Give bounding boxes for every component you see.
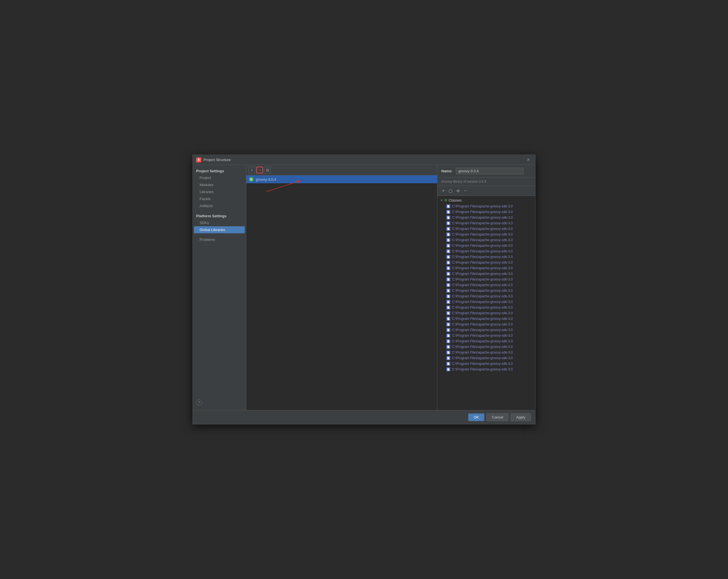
tree-file-item[interactable]: 📄 C:\Program Files\apache-groovy-sdk-3.0 — [437, 271, 535, 277]
cancel-button[interactable]: Cancel — [487, 414, 509, 421]
sidebar-item-libraries[interactable]: Libraries — [193, 188, 246, 195]
right-remove-button[interactable]: − — [462, 188, 468, 194]
file-path-text: C:\Program Files\apache-groovy-sdk-3.0 — [452, 356, 513, 360]
tree-file-item[interactable]: 📄 C:\Program Files\apache-groovy-sdk-3.0 — [437, 209, 535, 215]
file-icon: 📄 — [446, 350, 450, 354]
file-icon: 📄 — [446, 356, 450, 360]
file-path-text: C:\Program Files\apache-groovy-sdk-3.0 — [452, 244, 513, 247]
tree-file-item[interactable]: 📄 C:\Program Files\apache-groovy-sdk-3.0 — [437, 260, 535, 265]
tree-file-item[interactable]: 📄 C:\Program Files\apache-groovy-sdk-3.0 — [437, 321, 535, 327]
name-field-label: Name: — [441, 169, 452, 173]
file-icon: 📄 — [446, 278, 450, 281]
file-icon: 📄 — [446, 339, 450, 343]
classes-section-label: Classes — [449, 198, 462, 202]
classes-section[interactable]: ▼ ⚙ Classes — [437, 197, 535, 204]
tree-file-item[interactable]: 📄 C:\Program Files\apache-groovy-sdk-3.0 — [437, 243, 535, 248]
library-item-groovy[interactable]: G groovy-3.0.4 — [246, 175, 437, 183]
file-path-text: C:\Program Files\apache-groovy-sdk-3.0 — [452, 311, 513, 315]
right-add-alt-button[interactable]: ✛ — [455, 188, 461, 194]
right-network-button[interactable]: ⬡ — [447, 188, 454, 194]
file-path-text: C:\Program Files\apache-groovy-sdk-3.0 — [452, 221, 513, 225]
tree-file-item[interactable]: 📄 C:\Program Files\apache-groovy-sdk-3.0 — [437, 288, 535, 293]
tree-file-item[interactable]: 📄 C:\Program Files\apache-groovy-sdk-3.0 — [437, 220, 535, 226]
tree-file-item[interactable]: 📄 C:\Program Files\apache-groovy-sdk-3.0 — [437, 350, 535, 355]
tree-file-item[interactable]: 📄 C:\Program Files\apache-groovy-sdk-3.0 — [437, 204, 535, 209]
tree-file-item[interactable]: 📄 C:\Program Files\apache-groovy-sdk-3.0 — [437, 282, 535, 288]
tree-file-item[interactable]: 📄 C:\Program Files\apache-groovy-sdk-3.0 — [437, 248, 535, 254]
dialog-body: Project Settings Project Modules Librari… — [193, 165, 535, 410]
help-button[interactable]: ? — [196, 399, 202, 405]
file-icon: 📄 — [446, 306, 450, 310]
sidebar-item-project[interactable]: Project — [193, 174, 246, 181]
library-toolbar: + − ⧉ — [246, 165, 437, 175]
tree-file-item[interactable]: 📄 C:\Program Files\apache-groovy-sdk-3.0 — [437, 316, 535, 321]
file-icon: 📄 — [446, 311, 450, 315]
file-icon: 📄 — [446, 216, 450, 219]
file-path-text: C:\Program Files\apache-groovy-sdk-3.0 — [452, 317, 513, 321]
copy-library-button[interactable]: ⧉ — [264, 167, 271, 174]
file-icon: 📄 — [446, 289, 450, 293]
file-icon: 📄 — [446, 328, 450, 332]
library-panel: + − ⧉ — [246, 165, 437, 410]
tree-file-item[interactable]: 📄 C:\Program Files\apache-groovy-sdk-3.0 — [437, 299, 535, 305]
file-icon: 📄 — [446, 255, 450, 259]
tree-file-item[interactable]: 📄 C:\Program Files\apache-groovy-sdk-3.0 — [437, 355, 535, 361]
file-icon: 📄 — [446, 232, 450, 236]
apply-button[interactable]: Apply — [511, 414, 531, 421]
right-add-button[interactable]: + — [440, 188, 446, 194]
ok-button[interactable]: OK — [468, 414, 484, 421]
tree-file-item[interactable]: 📄 C:\Program Files\apache-groovy-sdk-3.0 — [437, 305, 535, 310]
remove-library-button[interactable]: − — [256, 167, 263, 174]
right-toolbar: + ⬡ ✛ − — [437, 186, 535, 196]
file-icon: 📄 — [446, 204, 450, 208]
tree-file-item[interactable]: 📄 C:\Program Files\apache-groovy-sdk-3.0 — [437, 327, 535, 333]
main-content: + − ⧉ — [246, 165, 535, 410]
sidebar-item-sdks[interactable]: SDKs — [193, 219, 246, 226]
file-path-text: C:\Program Files\apache-groovy-sdk-3.0 — [452, 306, 513, 310]
close-button[interactable]: ✕ — [525, 157, 532, 163]
tree-file-item[interactable]: 📄 C:\Program Files\apache-groovy-sdk-3.0 — [437, 277, 535, 282]
tree-file-item[interactable]: 📄 C:\Program Files\apache-groovy-sdk-3.0 — [437, 344, 535, 350]
file-icon: 📄 — [446, 362, 450, 366]
library-name-input[interactable] — [456, 168, 523, 174]
file-path-text: C:\Program Files\apache-groovy-sdk-3.0 — [452, 266, 513, 270]
tree-file-item[interactable]: 📄 C:\Program Files\apache-groovy-sdk-3.0 — [437, 254, 535, 260]
add-library-button[interactable]: + — [249, 167, 255, 174]
sidebar-item-problems[interactable]: Problems — [193, 236, 246, 243]
file-icon: 📄 — [446, 322, 450, 326]
sidebar-item-artifacts[interactable]: Artifacts — [193, 202, 246, 209]
file-path-text: C:\Program Files\apache-groovy-sdk-3.0 — [452, 345, 513, 349]
tree-collapse-arrow: ▼ — [440, 199, 443, 202]
tree-file-item[interactable]: 📄 C:\Program Files\apache-groovy-sdk-3.0 — [437, 293, 535, 299]
file-path-text: C:\Program Files\apache-groovy-sdk-3.0 — [452, 339, 513, 343]
title-bar-left: A Project Structure — [196, 157, 231, 162]
library-list: G groovy-3.0.4 — [246, 175, 437, 410]
tree-file-item[interactable]: 📄 C:\Program Files\apache-groovy-sdk-3.0 — [437, 237, 535, 243]
file-path-text: C:\Program Files\apache-groovy-sdk-3.0 — [452, 322, 513, 326]
file-path-text: C:\Program Files\apache-groovy-sdk-3.0 — [452, 294, 513, 298]
file-path-text: C:\Program Files\apache-groovy-sdk-3.0 — [452, 261, 513, 264]
tree-file-item[interactable]: 📄 C:\Program Files\apache-groovy-sdk-3.0 — [437, 232, 535, 237]
tree-file-item[interactable]: 📄 C:\Program Files\apache-groovy-sdk-3.0 — [437, 310, 535, 316]
file-icon: 📄 — [446, 210, 450, 214]
window-title: Project Structure — [204, 158, 231, 162]
tree-file-item[interactable]: 📄 C:\Program Files\apache-groovy-sdk-3.0 — [437, 333, 535, 338]
library-description: Groovy library of version 3.0.4 — [437, 177, 535, 186]
tree-file-item[interactable]: 📄 C:\Program Files\apache-groovy-sdk-3.0 — [437, 361, 535, 367]
file-path-text: C:\Program Files\apache-groovy-sdk-3.0 — [452, 328, 513, 332]
tree-file-item[interactable]: 📄 C:\Program Files\apache-groovy-sdk-3.0 — [437, 226, 535, 232]
file-path-text: C:\Program Files\apache-groovy-sdk-3.0 — [452, 300, 513, 304]
project-structure-dialog: A Project Structure ✕ Project Settings P… — [192, 155, 536, 424]
classes-tree: ▼ ⚙ Classes 📄 C:\Program Files\apache-gr… — [437, 196, 535, 410]
file-icon: 📄 — [446, 244, 450, 247]
library-groovy-icon: G — [249, 177, 254, 182]
tree-file-item[interactable]: 📄 C:\Program Files\apache-groovy-sdk-3.0 — [437, 215, 535, 220]
tree-file-item[interactable]: 📄 C:\Program Files\apache-groovy-sdk-3.0 — [437, 367, 535, 372]
sidebar-bottom: ? — [193, 397, 246, 408]
sidebar-item-global-libraries[interactable]: Global Libraries — [194, 226, 245, 233]
sidebar-item-facets[interactable]: Facets — [193, 195, 246, 202]
app-icon: A — [196, 157, 201, 162]
tree-file-item[interactable]: 📄 C:\Program Files\apache-groovy-sdk-3.0 — [437, 338, 535, 344]
sidebar-item-modules[interactable]: Modules — [193, 181, 246, 188]
tree-file-item[interactable]: 📄 C:\Program Files\apache-groovy-sdk-3.0 — [437, 265, 535, 271]
